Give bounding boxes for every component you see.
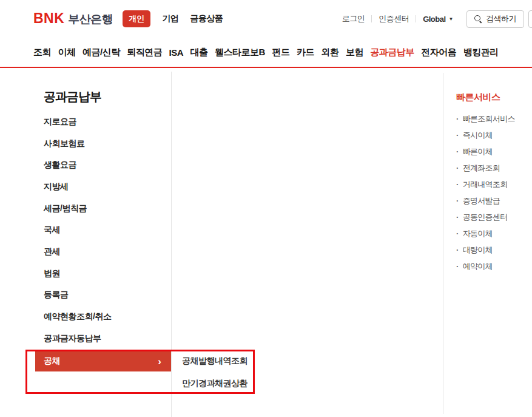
bullet-dot-icon: · xyxy=(456,163,459,172)
quick-item-scheduled-transfer[interactable]: ·예약이체 xyxy=(456,258,529,274)
sidebar-item-utility-auto-payment[interactable]: 공과금자동납부 xyxy=(44,328,111,350)
quick-item-fast-inquiry[interactable]: ·빠른조회서비스 xyxy=(456,110,529,127)
quick-item-label: 빠른조회서비스 xyxy=(463,114,515,124)
sidebar-item-customs-duty[interactable]: 관세 xyxy=(44,241,111,263)
nav-item-insurance[interactable]: 보험 xyxy=(346,47,363,58)
sidebar-item-national-tax[interactable]: 국세 xyxy=(44,219,111,241)
bullet-dot-icon: · xyxy=(456,196,459,205)
top-header: BNK 부산은행 개인 기업 금융상품 로그인 인증센터 Global ▼ 검색… xyxy=(0,0,532,38)
quick-panel-divider xyxy=(443,73,443,414)
search-button[interactable]: 검색하기 xyxy=(466,10,524,28)
quick-item-label: 전계좌조회 xyxy=(463,163,500,174)
nav-item-inquiry[interactable]: 조회 xyxy=(33,47,51,58)
header-left: BNK 부산은행 개인 기업 금융상품 xyxy=(33,0,223,38)
quick-item-label: 대량이체 xyxy=(463,245,493,256)
nav-item-welstar-robo[interactable]: 웰스타로보B xyxy=(215,47,265,58)
divider xyxy=(371,15,372,22)
sidebar-item-tuition[interactable]: 등록금 xyxy=(44,285,111,307)
quick-service-title: 빠른서비스 xyxy=(456,92,529,103)
sidebar-item-local-tax[interactable]: 지방세 xyxy=(44,176,111,198)
bnk-logo-text: BNK xyxy=(33,10,64,27)
quick-item-all-accounts-inquiry[interactable]: ·전계좌조회 xyxy=(456,160,529,176)
bullet-dot-icon: · xyxy=(456,114,459,123)
sidebar-item-label: 공채 xyxy=(44,356,158,367)
quick-item-bulk-transfer[interactable]: ·대량이체 xyxy=(456,242,529,258)
submenu-item-bond-issuance-inquiry[interactable]: 공채발행내역조회 xyxy=(182,350,247,373)
sidebar-item-living-fees[interactable]: 생활요금 xyxy=(44,154,111,176)
nav-item-utility-bills[interactable]: 공과금납부 xyxy=(370,47,414,58)
divider xyxy=(416,15,416,22)
page-title: 공과금납부 xyxy=(44,89,101,105)
sidebar-divider xyxy=(171,72,172,417)
bullet-dot-icon: · xyxy=(456,245,459,254)
segment-business-link[interactable]: 기업 xyxy=(162,13,178,24)
search-button-label: 검색하기 xyxy=(486,13,516,24)
quick-item-certificate-issuance[interactable]: ·증명서발급 xyxy=(456,192,529,209)
bank-logo[interactable]: BNK 부산은행 xyxy=(33,10,113,27)
quick-item-label: 거래내역조회 xyxy=(463,179,508,190)
nav-item-card[interactable]: 카드 xyxy=(297,47,314,58)
segment-personal-badge[interactable]: 개인 xyxy=(123,10,150,27)
page: BNK 부산은행 개인 기업 금융상품 로그인 인증센터 Global ▼ 검색… xyxy=(0,0,532,417)
sidebar-item-social-insurance[interactable]: 사회보험료 xyxy=(44,133,111,155)
quick-service-panel: 빠른서비스 ·빠른조회서비스 ·즉시이체 ·빠른이체 ·전계좌조회 ·거래내역조… xyxy=(456,92,529,274)
clipped-edge-button[interactable] xyxy=(528,10,532,28)
quick-item-label: 공동인증센터 xyxy=(463,212,508,223)
bullet-dot-icon: · xyxy=(456,180,459,189)
nav-item-forex[interactable]: 외환 xyxy=(321,47,338,58)
sidebar-menu: 지로요금 사회보험료 생활요금 지방세 세금/범칙금 국세 관세 법원 등록금 … xyxy=(44,111,111,350)
nav-item-banking-management[interactable]: 뱅킹관리 xyxy=(463,47,499,58)
sidebar-item-tax-fines[interactable]: 세금/범칙금 xyxy=(44,198,111,220)
bullet-dot-icon: · xyxy=(456,147,459,156)
sidebar-item-reservation-inquiry-cancel[interactable]: 예약현황조회/취소 xyxy=(44,306,111,328)
bullet-dot-icon: · xyxy=(456,212,459,222)
quick-item-label: 증명서발급 xyxy=(463,195,500,206)
nav-item-deposit-trust[interactable]: 예금/신탁 xyxy=(82,47,120,58)
header-right: 로그인 인증센터 Global ▼ 검색하기 xyxy=(342,0,532,38)
search-icon xyxy=(474,15,482,23)
quick-item-fast-transfer[interactable]: ·빠른이체 xyxy=(456,143,529,160)
nav-item-electronic-note[interactable]: 전자어음 xyxy=(421,47,456,58)
quick-service-list: ·빠른조회서비스 ·즉시이체 ·빠른이체 ·전계좌조회 ·거래내역조회 ·증명서… xyxy=(456,110,529,274)
bullet-dot-icon: · xyxy=(456,262,459,271)
quick-item-transaction-history[interactable]: ·거래내역조회 xyxy=(456,176,529,192)
chevron-right-icon: › xyxy=(158,356,161,367)
bullet-dot-icon: · xyxy=(456,131,459,140)
public-bonds-submenu: 공채발행내역조회 만기경과채권상환 xyxy=(182,350,247,395)
chevron-down-icon: ▼ xyxy=(449,16,453,22)
nav-item-isa[interactable]: ISA xyxy=(169,47,184,58)
nav-item-loan[interactable]: 대출 xyxy=(190,47,208,58)
certification-center-link[interactable]: 인증센터 xyxy=(379,13,409,24)
quick-item-label: 예약이체 xyxy=(463,261,493,272)
sidebar-item-giro-fees[interactable]: 지로요금 xyxy=(44,111,111,133)
nav-item-transfer[interactable]: 이체 xyxy=(58,47,75,58)
nav-item-retirement-pension[interactable]: 퇴직연금 xyxy=(127,47,162,58)
content-area: 공과금납부 지로요금 사회보험료 생활요금 지방세 세금/범칙금 국세 관세 법… xyxy=(0,69,532,417)
main-nav: 조회 이체 예금/신탁 퇴직연금 ISA 대출 웰스타로보B 펀드 카드 외환 … xyxy=(0,38,532,68)
segment-products-link[interactable]: 금융상품 xyxy=(190,13,223,24)
login-link[interactable]: 로그인 xyxy=(342,13,365,24)
quick-item-label: 즉시이체 xyxy=(463,130,493,141)
quick-item-label: 빠른이체 xyxy=(463,146,493,157)
bullet-dot-icon: · xyxy=(456,229,459,238)
global-label: Global xyxy=(423,15,445,24)
sidebar-item-public-bonds-active[interactable]: 공채 › xyxy=(35,351,171,371)
quick-item-label: 자동이체 xyxy=(463,228,493,239)
bank-name-text: 부산은행 xyxy=(68,12,113,27)
global-language-dropdown[interactable]: Global ▼ xyxy=(423,15,453,24)
quick-item-instant-transfer[interactable]: ·즉시이체 xyxy=(456,127,529,143)
quick-item-joint-certification-center[interactable]: ·공동인증센터 xyxy=(456,209,529,225)
sidebar-item-court[interactable]: 법원 xyxy=(44,263,111,285)
nav-item-fund[interactable]: 펀드 xyxy=(272,47,289,58)
submenu-item-matured-bond-redemption[interactable]: 만기경과채권상환 xyxy=(182,373,247,395)
quick-item-auto-transfer[interactable]: ·자동이체 xyxy=(456,225,529,242)
